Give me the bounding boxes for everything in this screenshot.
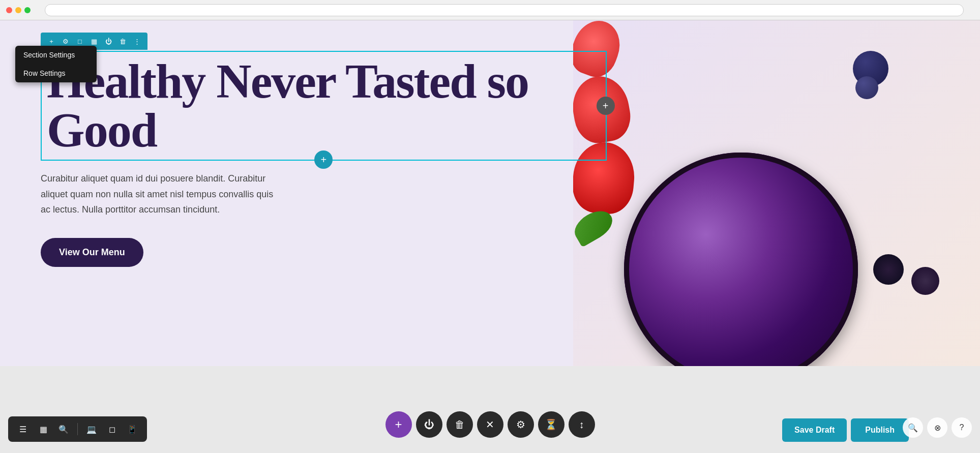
section-settings-item[interactable]: Section Settings xyxy=(15,46,97,64)
add-row-btn[interactable]: + xyxy=(314,150,333,169)
dot-green xyxy=(24,7,31,13)
tablet-view-btn[interactable]: ◻ xyxy=(103,420,121,438)
el-more-btn[interactable]: ⋮ xyxy=(130,35,143,48)
hero-heading: Healthy Never Tasted so Good xyxy=(47,57,601,155)
delete-element-btn[interactable]: 🗑 xyxy=(447,411,473,438)
sections-btn[interactable]: ▦ xyxy=(35,420,52,438)
add-element-btn[interactable]: + xyxy=(385,411,412,438)
action-buttons: Save Draft Publish xyxy=(782,418,909,442)
add-col-btn[interactable]: + xyxy=(597,97,615,115)
element-settings-btn[interactable]: ⚙ xyxy=(508,411,534,438)
bowl-container xyxy=(624,153,878,366)
toggle-visibility-btn[interactable]: ⏻ xyxy=(416,411,442,438)
layers-btn[interactable]: ⊗ xyxy=(927,417,947,438)
bottom-floating-toolbar: + ⏻ 🗑 ✕ ⚙ ⏳ ↕ xyxy=(385,411,595,438)
el-delete-btn[interactable]: 🗑 xyxy=(116,35,129,48)
zoom-btn[interactable]: 🔍 xyxy=(903,417,923,438)
mobile-view-btn[interactable]: 📱 xyxy=(124,420,141,438)
section-wrapper: + ⚙ □ ▦ ⏻ 🗑 ⋮ Healthy Never Tasted so Go… xyxy=(0,20,980,453)
help-btn[interactable]: ? xyxy=(952,417,972,438)
menu-btn[interactable]: ☰ xyxy=(14,420,32,438)
blueberry-small xyxy=(855,76,878,99)
bottom-right-tools: 🔍 ⊗ ? xyxy=(903,417,972,438)
editor-container: + ⚙ □ ▦ ⏻ 🗑 ⋮ Healthy Never Tasted so Go… xyxy=(0,20,980,453)
bottom-left-tools: ☰ ▦ 🔍 💻 ◻ 📱 xyxy=(8,416,147,442)
hero-section: + ⚙ □ ▦ ⏻ 🗑 ⋮ Healthy Never Tasted so Go… xyxy=(0,20,980,366)
blackberry-2 xyxy=(911,267,939,295)
search-btn[interactable]: 🔍 xyxy=(55,420,72,438)
hero-description: Curabitur aliquet quam id dui posuere bl… xyxy=(41,171,275,218)
desktop-view-btn[interactable]: 💻 xyxy=(83,420,100,438)
close-btn[interactable]: ✕ xyxy=(477,411,503,438)
dot-red xyxy=(6,7,12,13)
bowl-rim xyxy=(624,153,858,366)
canvas-area: + ⚙ □ ▦ ⏻ 🗑 ⋮ Healthy Never Tasted so Go… xyxy=(0,20,980,453)
row-settings-item[interactable]: Row Settings xyxy=(15,64,97,82)
browser-dots xyxy=(6,7,31,13)
history-btn[interactable]: ⏳ xyxy=(538,411,565,438)
bowl xyxy=(624,153,858,366)
heading-block[interactable]: + ⚙ □ ▦ ⏻ 🗑 ⋮ Healthy Never Tasted so Go… xyxy=(41,51,607,161)
browser-bar xyxy=(0,0,980,20)
url-bar[interactable] xyxy=(45,4,964,16)
view-menu-button[interactable]: View Our Menu xyxy=(41,238,143,267)
dot-yellow xyxy=(15,7,21,13)
move-btn[interactable]: ↕ xyxy=(569,411,595,438)
save-draft-button[interactable]: Save Draft xyxy=(782,418,847,442)
context-menu: Section Settings Row Settings xyxy=(15,46,97,82)
tool-divider xyxy=(77,423,78,435)
el-disable-btn[interactable]: ⏻ xyxy=(102,35,115,48)
publish-button[interactable]: Publish xyxy=(851,418,909,442)
